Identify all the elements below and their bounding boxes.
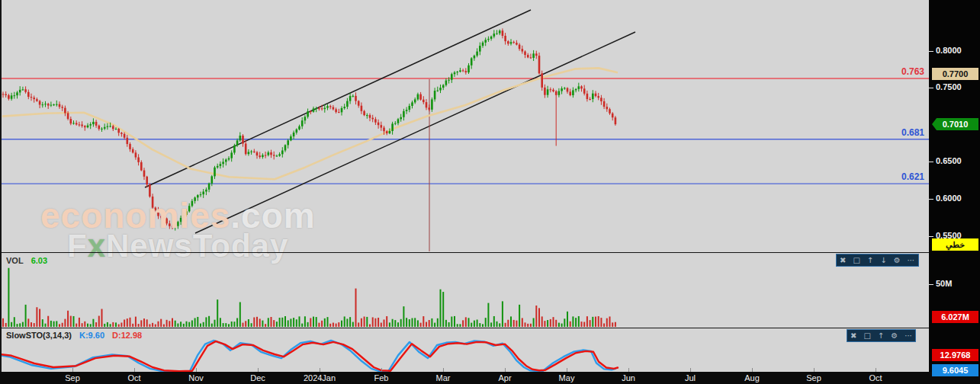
candle-body <box>389 131 391 133</box>
candle-body <box>538 56 541 73</box>
volume-bar <box>214 320 216 327</box>
candle-body <box>600 98 602 101</box>
volume-bar <box>296 319 297 327</box>
volume-bar <box>31 322 32 327</box>
candle-body <box>124 134 126 138</box>
month-tick <box>690 368 691 372</box>
volume-bar <box>301 324 303 327</box>
volume-bar <box>146 319 148 327</box>
candle-body <box>155 208 157 210</box>
settings-icon[interactable]: ⚙ <box>894 255 901 265</box>
candle-body <box>522 49 524 51</box>
panel-separator <box>0 328 929 328</box>
volume-bar <box>203 322 204 327</box>
month-label: 2024Jan <box>304 373 336 382</box>
candle-body <box>129 144 131 149</box>
candle-body <box>185 211 188 215</box>
candle-body <box>482 43 484 46</box>
month-tick <box>258 368 259 372</box>
move-up-icon[interactable]: ↑ <box>878 331 884 341</box>
volume-bar <box>34 323 35 327</box>
candle-body <box>298 126 300 130</box>
candle-body <box>205 190 207 192</box>
candle-body <box>265 155 267 156</box>
candle-body <box>326 106 329 107</box>
candle-body <box>59 104 61 107</box>
close-icon[interactable]: ✖ <box>840 255 846 265</box>
candle-body <box>419 94 422 100</box>
close-icon[interactable]: ✖ <box>850 331 856 341</box>
candle-body <box>363 111 365 115</box>
candle-body <box>437 91 439 91</box>
candle-body <box>112 126 114 129</box>
candle-body <box>371 118 374 120</box>
volume-bar <box>409 319 410 327</box>
candle-body <box>502 30 504 36</box>
volume-bar <box>346 318 348 327</box>
volume-bar <box>79 318 80 327</box>
candle-body <box>278 154 281 155</box>
candle-body <box>16 92 18 95</box>
more-icon[interactable]: ⋯ <box>908 255 915 265</box>
volume-bar <box>397 322 399 327</box>
candle-body <box>160 216 162 218</box>
volume-bar <box>445 320 447 327</box>
candle-body <box>510 42 512 43</box>
month-label: Jul <box>685 373 696 382</box>
candle-body <box>603 101 606 107</box>
volume-panel-toolbar: ✖□↑↓⚙⋯ <box>836 254 919 267</box>
volume-bar <box>615 322 616 327</box>
more-icon[interactable]: ⋯ <box>904 331 912 341</box>
candle-body <box>256 152 259 155</box>
month-label: Aug <box>744 373 760 382</box>
candle-body <box>281 150 284 154</box>
volume-bar <box>471 323 472 327</box>
volume-bar <box>152 323 153 327</box>
volume-bar <box>525 322 526 327</box>
move-down-icon[interactable]: ↓ <box>880 255 886 265</box>
volume-bar <box>324 318 326 327</box>
volume-bar <box>581 322 583 327</box>
candle-body <box>454 72 456 74</box>
candle-body <box>307 111 309 117</box>
candle-body <box>127 138 129 144</box>
candle-body <box>250 152 252 152</box>
candle-body <box>530 57 532 58</box>
candle-body <box>490 37 493 39</box>
volume-bar <box>132 324 133 327</box>
candle-body <box>197 195 199 197</box>
volume-bar <box>364 316 365 327</box>
trendline <box>195 32 635 233</box>
candle-body <box>253 152 255 152</box>
candle-body <box>479 46 481 52</box>
volume-bar <box>271 317 272 327</box>
volume-bar <box>544 321 545 327</box>
candle-body <box>612 114 614 117</box>
volume-bar <box>17 324 18 327</box>
month-tick <box>443 368 444 372</box>
volume-bar <box>459 324 461 327</box>
volume-bar <box>130 318 131 327</box>
volume-bar <box>420 323 422 327</box>
restore-icon[interactable]: □ <box>853 255 860 265</box>
volume-bar <box>575 318 577 327</box>
move-up-icon[interactable]: ↑ <box>867 255 873 265</box>
candle-body <box>39 101 41 105</box>
candle-body <box>313 108 315 111</box>
volume-bar <box>522 318 523 327</box>
volume-bar <box>265 324 266 327</box>
scale-type-button[interactable]: خطي <box>932 238 978 251</box>
month-label: Oct <box>869 373 882 382</box>
restore-icon[interactable]: □ <box>863 331 870 341</box>
candle-body <box>468 66 470 72</box>
volume-bar <box>169 321 170 327</box>
candle-body <box>248 152 250 154</box>
volume-bar <box>505 323 506 327</box>
settings-icon[interactable]: ⚙ <box>891 331 898 341</box>
sto-d-tag: 12.9768 <box>932 349 978 361</box>
volume-bar <box>175 321 176 327</box>
candle-body <box>95 122 98 126</box>
month-label: Sep <box>65 373 80 382</box>
candle-body <box>369 115 371 118</box>
volume-bar <box>47 316 49 327</box>
